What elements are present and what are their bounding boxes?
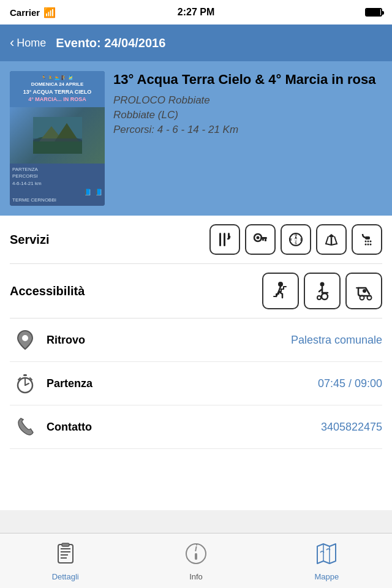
tab-info[interactable]: i Info xyxy=(130,533,261,588)
svg-rect-49 xyxy=(195,553,197,560)
svg-rect-46 xyxy=(62,543,69,546)
svg-rect-41 xyxy=(58,545,73,563)
ritrovo-value: Palestra comunale xyxy=(291,334,382,347)
svg-point-22 xyxy=(368,241,369,243)
event-organizer: PROLOCO Robbiate xyxy=(113,94,382,107)
event-card: 🏃 🚴 🏊 🧗 🎽 DOMENICA 24 APRILE 13° ACQUA T… xyxy=(0,61,392,216)
poster-bottom1: PARTENZA xyxy=(12,166,102,173)
svg-point-23 xyxy=(370,241,372,243)
info-icon: i xyxy=(185,543,207,570)
wifi-icon: 📶 xyxy=(43,7,56,18)
tab-mappe-label: Mappe xyxy=(314,572,339,581)
partenza-value: 07:45 / 09:00 xyxy=(318,377,382,390)
svg-rect-11 xyxy=(265,239,266,241)
poster-line1: DOMENICA 24 APRILE xyxy=(12,81,102,88)
poster-line2: 13° ACQUA TERRA CIELO xyxy=(12,89,102,96)
tab-bar: Dettagli i Info Mappe xyxy=(0,533,392,588)
landscape-graphic xyxy=(33,117,82,154)
tab-dettagli[interactable]: Dettagli xyxy=(0,533,130,588)
status-bar: Carrier 📶 2:27 PM xyxy=(0,0,392,24)
svg-point-26 xyxy=(370,244,372,246)
battery-icon xyxy=(365,8,382,17)
svg-point-33 xyxy=(363,289,366,293)
svg-rect-36 xyxy=(23,374,27,376)
bottom-padding xyxy=(10,449,382,510)
phone-icon xyxy=(10,417,40,437)
wheelchair-icon xyxy=(304,273,341,309)
svg-point-21 xyxy=(365,241,367,243)
svg-rect-12 xyxy=(262,239,264,241)
accessibilita-title: Accessibilità xyxy=(10,284,85,298)
stopwatch-icon xyxy=(10,373,40,394)
contatto-label: Contatto xyxy=(47,421,321,434)
stroller-icon xyxy=(345,273,382,309)
svg-point-9 xyxy=(257,236,260,239)
svg-point-29 xyxy=(322,293,328,300)
poster-bottom4: TERME CERNOBBI xyxy=(12,197,102,203)
shower-icon xyxy=(352,224,382,255)
ritrovo-row: Ritrovo Palestra comunale xyxy=(10,318,382,362)
nav-title: Evento: 24/04/2016 xyxy=(56,36,165,50)
ritrovo-label: Ritrovo xyxy=(47,334,291,347)
key-icon xyxy=(245,224,276,255)
svg-rect-6 xyxy=(224,233,225,246)
event-title: 13° Acqua Terra Cielo & 4° Marcia in ros… xyxy=(113,71,382,88)
accessibilita-icons xyxy=(262,273,382,309)
svg-rect-5 xyxy=(219,233,221,246)
status-time: 2:27 PM xyxy=(178,7,214,18)
svg-text:i: i xyxy=(195,543,198,553)
carrier-label: Carrier xyxy=(10,7,40,18)
svg-marker-50 xyxy=(317,544,336,564)
servizi-section: Servizi xyxy=(10,216,382,264)
contatto-value: 3405822475 xyxy=(321,421,382,434)
svg-rect-10 xyxy=(260,237,267,239)
event-info: 13° Acqua Terra Cielo & 4° Marcia in ros… xyxy=(113,71,382,138)
tab-info-label: Info xyxy=(189,572,203,581)
svg-text:W: W xyxy=(289,238,292,241)
poster-bottom2: PERCORSI xyxy=(12,173,102,179)
nav-bar: ‹ Home Evento: 24/04/2016 xyxy=(0,24,392,61)
dettagli-icon xyxy=(55,543,77,570)
back-label: Home xyxy=(17,37,46,50)
event-routes: Percorsi: 4 - 6 - 14 - 21 Km xyxy=(113,124,382,136)
status-right xyxy=(365,8,382,17)
location-icon xyxy=(10,330,40,350)
svg-point-24 xyxy=(365,244,367,246)
partenza-label: Partenza xyxy=(47,377,318,390)
svg-point-34 xyxy=(22,335,28,341)
poster-line3: 4° MARCIA... IN ROSA xyxy=(12,96,102,104)
svg-point-30 xyxy=(317,296,321,300)
tab-mappe[interactable]: Mappe xyxy=(262,533,392,588)
main-content: Servizi xyxy=(0,216,392,510)
poster-footer: PARTENZA PERCORSI 4-6-14-21 km 📘 📘 TERME… xyxy=(10,164,105,206)
wardrobe-icon xyxy=(316,224,347,255)
event-image: 🏃 🚴 🏊 🧗 🎽 DOMENICA 24 APRILE 13° ACQUA T… xyxy=(10,71,105,206)
svg-point-28 xyxy=(320,282,325,287)
partenza-row: Partenza 07:45 / 09:00 xyxy=(10,362,382,405)
status-left: Carrier 📶 xyxy=(10,7,56,18)
tab-dettagli-label: Dettagli xyxy=(52,572,79,581)
back-chevron-icon: ‹ xyxy=(10,35,14,51)
svg-rect-4 xyxy=(33,138,82,141)
stairs-accessibility-icon xyxy=(262,273,299,309)
poster-bottom3: 4-6-14-21 km xyxy=(12,180,102,187)
event-location: Robbiate (LC) xyxy=(113,109,382,121)
contatto-row: Contatto 3405822475 xyxy=(10,405,382,449)
poster-image-area xyxy=(10,107,105,164)
svg-point-25 xyxy=(368,244,369,246)
restaurant-icon xyxy=(209,224,240,255)
back-button[interactable]: ‹ Home xyxy=(10,35,46,51)
svg-rect-20 xyxy=(365,236,370,239)
servizi-icons: N S W E xyxy=(209,224,382,255)
compass-icon: N S W E xyxy=(281,224,311,255)
accessibilita-section: Accessibilità xyxy=(10,264,382,318)
mappe-icon xyxy=(315,543,337,570)
servizi-title: Servizi xyxy=(10,233,49,247)
poster-header: 🏃 🚴 🏊 🧗 🎽 DOMENICA 24 APRILE 13° ACQUA T… xyxy=(10,71,105,107)
